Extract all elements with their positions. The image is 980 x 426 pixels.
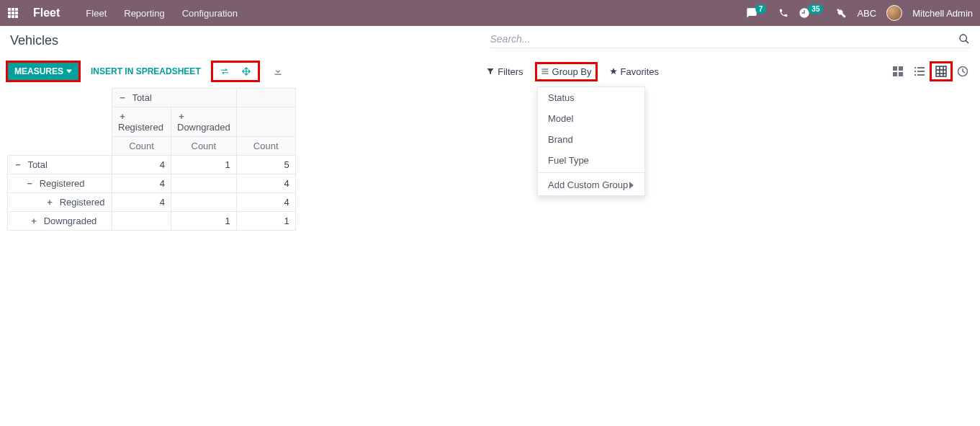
measures-label: MEASURES xyxy=(14,66,63,76)
caret-down-icon xyxy=(66,68,72,74)
svg-point-9 xyxy=(960,35,966,41)
filters-label: Filters xyxy=(498,66,523,77)
kanban-view-icon[interactable] xyxy=(888,63,908,80)
svg-rect-7 xyxy=(12,15,14,18)
control-panel: MEASURES INSERT IN SPREADSHEET Filters G… xyxy=(0,56,980,88)
svg-rect-0 xyxy=(8,8,11,11)
messages-icon[interactable]: 7 xyxy=(746,7,769,19)
groupby-brand[interactable]: Brand xyxy=(538,129,644,150)
cell xyxy=(112,212,171,231)
list-view-icon[interactable] xyxy=(909,63,930,80)
count-header: Count xyxy=(112,137,171,156)
count-header: Count xyxy=(236,137,295,156)
groupby-fueltype[interactable]: Fuel Type xyxy=(538,150,644,171)
svg-rect-14 xyxy=(893,66,897,71)
svg-rect-24 xyxy=(936,66,946,76)
activity-badge: 35 xyxy=(808,4,823,14)
page-title: Vehicles xyxy=(10,33,58,48)
collapse-icon[interactable]: − xyxy=(118,92,127,103)
cell: 4 xyxy=(112,193,171,212)
cell: 4 xyxy=(236,174,295,193)
avatar[interactable] xyxy=(886,5,902,21)
cell: 1 xyxy=(171,156,237,174)
cell: 1 xyxy=(171,212,237,231)
navbar: Fleet Fleet Reporting Configuration 7 35… xyxy=(0,0,980,26)
groupby-add-custom[interactable]: Add Custom Group xyxy=(538,174,644,195)
nav-reporting[interactable]: Reporting xyxy=(124,8,164,19)
favorites-button[interactable]: Favorites xyxy=(605,63,663,80)
activity-view-icon[interactable] xyxy=(953,63,973,80)
nav-right: 7 35 ABC Mitchell Admin xyxy=(746,5,973,21)
search-input[interactable] xyxy=(490,33,959,45)
tools-icon[interactable] xyxy=(835,7,847,19)
chevron-right-icon xyxy=(629,182,634,189)
expand-icon[interactable]: + xyxy=(118,111,127,122)
phone-icon[interactable] xyxy=(778,8,788,18)
groupby-model[interactable]: Model xyxy=(538,108,644,129)
col-registered-header[interactable]: + Registered xyxy=(112,107,171,137)
cell xyxy=(171,193,237,212)
collapse-icon[interactable]: − xyxy=(25,178,34,189)
collapse-icon[interactable]: − xyxy=(14,159,22,170)
measures-button[interactable]: MEASURES xyxy=(7,62,79,81)
nav-fleet[interactable]: Fleet xyxy=(86,8,107,19)
nav-configuration[interactable]: Configuration xyxy=(182,8,238,19)
pivot-view-icon[interactable] xyxy=(931,63,951,80)
row-downgraded[interactable]: + Downgraded xyxy=(8,212,112,231)
left-buttons: MEASURES INSERT IN SPREADSHEET xyxy=(7,62,287,81)
filters-button[interactable]: Filters xyxy=(482,63,527,80)
dropdown-divider xyxy=(538,172,644,173)
pivot-tools xyxy=(212,62,259,81)
svg-rect-5 xyxy=(15,12,18,14)
col-total-header[interactable]: − Total xyxy=(112,89,237,107)
row-total[interactable]: − Total xyxy=(8,156,112,174)
svg-rect-8 xyxy=(15,15,18,18)
insert-spreadsheet-button[interactable]: INSERT IN SPREADSHEET xyxy=(85,62,207,81)
search-area xyxy=(490,33,971,48)
cell: 4 xyxy=(112,174,171,193)
svg-rect-3 xyxy=(8,12,11,14)
svg-rect-16 xyxy=(893,72,897,76)
expand-all-icon[interactable] xyxy=(237,63,256,79)
svg-line-10 xyxy=(966,40,968,43)
right-controls: Filters Group By Favorites xyxy=(482,63,973,80)
col-downgraded-header[interactable]: + Downgraded xyxy=(171,107,237,137)
groupby-dropdown: Status Model Brand Fuel Type Add Custom … xyxy=(537,86,645,196)
pivot-table-wrap: − Total + Registered + Downgraded Count … xyxy=(0,88,980,231)
add-custom-label: Add Custom Group xyxy=(548,179,628,190)
company-name[interactable]: ABC xyxy=(857,8,876,19)
expand-icon[interactable]: + xyxy=(30,216,38,226)
download-icon[interactable] xyxy=(269,63,287,79)
count-header: Count xyxy=(171,137,237,156)
cell xyxy=(171,174,237,193)
svg-rect-4 xyxy=(12,12,14,14)
svg-rect-6 xyxy=(8,15,11,18)
groupby-button[interactable]: Group By xyxy=(536,63,596,80)
favorites-label: Favorites xyxy=(621,66,659,77)
row-registered[interactable]: − Registered xyxy=(8,174,112,193)
activity-icon[interactable]: 35 xyxy=(799,7,825,19)
expand-icon[interactable]: + xyxy=(177,111,186,122)
svg-rect-2 xyxy=(15,8,18,11)
groupby-status[interactable]: Status xyxy=(538,87,644,108)
search-icon[interactable] xyxy=(958,33,970,45)
apps-icon[interactable] xyxy=(7,7,19,19)
app-brand[interactable]: Fleet xyxy=(33,6,60,19)
user-name[interactable]: Mitchell Admin xyxy=(912,8,973,19)
cell: 4 xyxy=(236,193,295,212)
view-switcher xyxy=(672,63,973,80)
cell: 5 xyxy=(236,156,295,174)
groupby-label: Group By xyxy=(552,66,592,77)
svg-rect-1 xyxy=(12,8,14,11)
flip-axis-icon[interactable] xyxy=(215,63,234,79)
nav-links: Fleet Reporting Configuration xyxy=(86,8,238,19)
svg-rect-15 xyxy=(899,66,903,71)
pivot-table: − Total + Registered + Downgraded Count … xyxy=(7,88,296,231)
cell: 4 xyxy=(112,156,171,174)
svg-rect-17 xyxy=(899,72,903,76)
header: Vehicles xyxy=(0,26,980,56)
row-registered-sub[interactable]: + Registered xyxy=(8,193,112,212)
cell: 1 xyxy=(236,212,295,231)
expand-icon[interactable]: + xyxy=(45,197,54,208)
nav-left: Fleet Fleet Reporting Configuration xyxy=(7,6,238,19)
